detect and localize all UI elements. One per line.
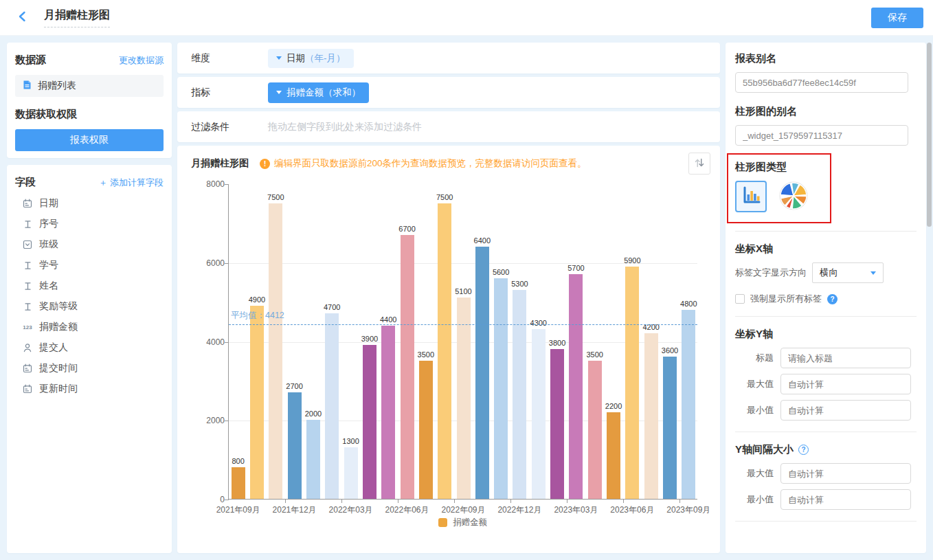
y-axis-caption-label: 标题 [735, 352, 774, 364]
chart-card: 月捐赠柱形图 ! 编辑界面只取数据源前200条作为查询数据预览，完整数据请访问页… [177, 146, 720, 553]
x-axis-tick [567, 500, 567, 503]
field-item[interactable]: 提交时间 [15, 358, 164, 379]
x-axis-tick-label: 2021年09月 [209, 504, 268, 516]
label-direction-select[interactable]: 横向 [812, 262, 884, 283]
bar-value-label: 6400 [466, 236, 498, 245]
y-axis-max-input[interactable] [780, 374, 911, 394]
widget-alias-input[interactable] [735, 125, 908, 146]
metric-tag[interactable]: 捐赠金额（求和） [268, 82, 369, 103]
bar[interactable] [250, 306, 264, 499]
number-icon: 123 [22, 324, 33, 331]
report-alias-input[interactable] [735, 72, 908, 93]
field-item[interactable]: 班级 [15, 234, 164, 255]
fields-list: 日期序号班级学号姓名奖励等级123捐赠金额提交人提交时间更新时间 [15, 193, 164, 399]
bar[interactable] [682, 310, 695, 499]
bar[interactable] [325, 313, 339, 499]
bar-value-label: 800 [223, 457, 254, 465]
field-item[interactable]: 学号 [15, 255, 164, 276]
bar[interactable] [663, 357, 677, 499]
bar[interactable] [607, 412, 620, 499]
permission-title: 数据获取权限 [15, 108, 164, 121]
bar-value-label: 3900 [354, 335, 385, 343]
y-interval-max-input[interactable] [780, 463, 911, 484]
field-item[interactable]: 序号 [15, 214, 164, 234]
y-axis-min-input[interactable] [780, 400, 911, 421]
field-item-label: 提交人 [39, 341, 68, 354]
select-icon [22, 240, 33, 249]
bar-value-label: 1300 [335, 437, 367, 445]
field-item[interactable]: 123捐赠金额 [15, 317, 164, 337]
average-line-label: 平均值：4412 [231, 310, 284, 322]
bar[interactable] [475, 247, 489, 499]
x-axis-title: 坐标X轴 [735, 243, 917, 256]
field-item[interactable]: 提交人 [15, 337, 164, 358]
field-item-label: 捐赠金额 [39, 321, 78, 333]
app-window: 月捐赠柱形图 保存 数据源 更改数据源 捐赠列表 数据获取权限 报表权限 字段 … [0, 0, 933, 560]
bar[interactable] [494, 278, 508, 499]
field-item[interactable]: 奖励等级 [15, 296, 164, 317]
pie-chart-icon [779, 181, 808, 212]
change-datasource-link[interactable]: 更改数据源 [119, 54, 164, 67]
bar[interactable] [344, 447, 358, 499]
force-show-labels-checkbox[interactable] [735, 294, 745, 304]
dimension-tag[interactable]: 日期（年-月） [268, 49, 354, 68]
bar[interactable] [269, 203, 282, 499]
bar-value-label: 3800 [541, 339, 573, 347]
add-calc-field-link[interactable]: ＋ 添加计算字段 [98, 177, 164, 189]
help-icon[interactable]: ? [798, 445, 809, 455]
x-axis-tick [341, 500, 342, 503]
field-item[interactable]: 姓名 [15, 276, 164, 296]
x-axis-tick-label: 2022年09月 [434, 504, 493, 516]
bar[interactable] [625, 267, 639, 500]
y-axis-tick-label: 2000 [194, 416, 225, 425]
field-item-label: 更新时间 [39, 383, 78, 395]
bar[interactable] [401, 235, 414, 499]
field-item[interactable]: 日期 [15, 193, 164, 214]
bar[interactable] [306, 420, 320, 499]
page-title[interactable]: 月捐赠柱形图 [44, 8, 110, 27]
bar[interactable] [232, 467, 245, 499]
x-axis-tick [510, 500, 511, 503]
sort-button[interactable] [688, 153, 710, 175]
bar-value-label: 2000 [297, 410, 329, 418]
field-item-label: 班级 [39, 238, 58, 251]
y-interval-min-input[interactable] [780, 489, 911, 510]
bar[interactable] [644, 333, 658, 499]
report-permission-button[interactable]: 报表权限 [15, 129, 164, 151]
bar[interactable] [532, 329, 546, 499]
bar[interactable] [381, 326, 395, 499]
help-icon[interactable]: ? [827, 294, 838, 304]
bar-chart-icon [740, 185, 762, 209]
metric-label: 指标 [191, 87, 268, 99]
save-button[interactable]: 保存 [871, 8, 923, 28]
document-icon [22, 80, 32, 92]
chart-type-pie-option[interactable] [778, 181, 809, 212]
scrollbar-thumb[interactable] [927, 43, 932, 227]
bar[interactable] [569, 274, 583, 499]
x-axis-tick-label: 2023年09月 [659, 504, 718, 516]
text-icon [22, 220, 33, 229]
y-axis-min-label: 最小值 [735, 404, 774, 416]
filter-dropzone-placeholder: 拖动左侧字段到此处来添加过滤条件 [268, 121, 422, 133]
chart-legend[interactable]: 捐赠金额 [228, 517, 697, 528]
filter-row[interactable]: 过滤条件 拖动左侧字段到此处来添加过滤条件 [177, 111, 720, 142]
bar-value-label: 7500 [429, 193, 460, 201]
bar[interactable] [457, 298, 471, 499]
back-button[interactable] [16, 10, 32, 25]
y-axis-caption-input[interactable] [780, 348, 911, 368]
bar-value-label: 4400 [372, 315, 404, 324]
bar[interactable] [419, 361, 433, 499]
bar[interactable] [588, 361, 602, 499]
field-item[interactable]: 更新时间 [15, 379, 164, 399]
x-axis-tick [679, 500, 680, 503]
chart-type-bar-option[interactable] [735, 181, 767, 212]
datasource-item[interactable]: 捐赠列表 [15, 75, 164, 97]
bar[interactable] [550, 349, 564, 499]
bar[interactable] [438, 203, 451, 499]
bar[interactable] [363, 345, 376, 499]
x-axis-tick [285, 500, 286, 503]
bar[interactable] [288, 392, 302, 499]
bar-value-label: 4800 [673, 300, 704, 308]
chart-title: 月捐赠柱形图 [191, 157, 249, 170]
field-item-label: 序号 [39, 218, 58, 230]
